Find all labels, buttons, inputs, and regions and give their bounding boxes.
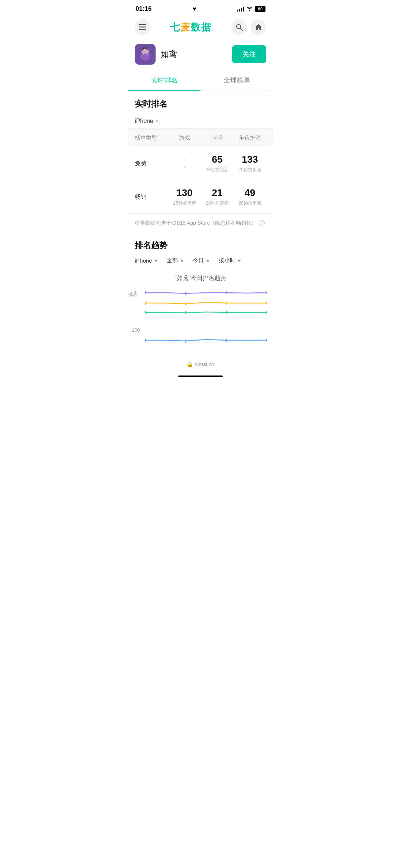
note-row: 榜单数据同步于iOS15 App Store（除总榜和畅销榜） ? [128,214,273,233]
row-bestseller-label: 畅销 [135,187,168,207]
home-indicator [178,376,223,377]
trend-filter-today[interactable]: 今日≡ [193,257,209,264]
tab-global[interactable]: 全球榜单 [200,70,273,91]
nav-right-buttons [231,19,266,35]
profile-left: 如鸢 [135,44,177,65]
svg-point-21 [266,311,267,314]
y-val-100: 100 [132,327,140,333]
tab-realtime[interactable]: 实时排名 [128,70,200,91]
trend-filter-all[interactable]: 全部≡ [167,257,183,264]
svg-point-22 [145,339,146,342]
trend-filter-iphone[interactable]: iPhone≡ [135,257,157,264]
chart-area: 1 100 [145,288,267,349]
row-free-label: 免费 [135,154,168,173]
row-free-role: 133 20秒前更新 [234,154,266,173]
nav-header: 七麦数据 [128,16,273,39]
profile-section: 如鸢 关注 [128,39,273,70]
svg-rect-1 [139,27,146,28]
signal-bars [237,6,244,12]
app-title: 七麦数据 [170,21,212,34]
row-free-game: - - [168,154,201,173]
chart-svg [145,288,267,348]
device-filter-label: iPhone ≡ [135,118,159,124]
svg-rect-2 [139,29,146,30]
site-url: qimai.cn [195,361,214,367]
trend-section: 排名趋势 iPhone≡ 全部≡ 今日≡ 按小时≡ [128,233,273,264]
chart-container: "如鸢"今日排名趋势 排名 1 100 [128,272,273,357]
lock-icon: 🔒 [187,361,193,367]
row-bestseller-card: 21 20秒前更新 [201,187,234,207]
battery-icon: 80 [255,6,265,12]
info-icon: ? [259,220,265,226]
col-header-game: 游戏 [168,134,201,142]
svg-point-11 [185,292,186,295]
table-header: 榜单类型 游戏 卡牌 角色扮演 [128,129,273,147]
svg-point-16 [225,302,227,305]
avatar [135,44,156,65]
svg-point-23 [185,339,186,342]
note-text: 榜单数据同步于iOS15 App Store（除总榜和畅销榜） [135,220,257,227]
menu-button[interactable] [135,19,150,35]
chart-wrapper: 排名 1 100 [128,288,273,349]
svg-point-18 [145,311,146,314]
trend-filters: iPhone≡ 全部≡ 今日≡ 按小时≡ [135,257,266,264]
status-time: 01:16 [136,5,151,13]
svg-point-14 [145,302,146,305]
filter-icon: ≡ [156,118,159,124]
realtime-section-title: 实时排名 [128,91,273,114]
svg-point-15 [185,302,186,305]
col-header-type: 榜单类型 [135,134,168,142]
rankings-table: 榜单类型 游戏 卡牌 角色扮演 免费 - - 65 20秒前更新 133 20秒… [128,129,273,214]
svg-point-20 [225,311,227,314]
table-row: 畅销 130 25秒前更新 21 20秒前更新 49 20秒前更新 [128,181,273,214]
chart-title: "如鸢"今日排名趋势 [128,272,273,282]
col-header-role: 角色扮演 [234,134,266,142]
y-val-1: 1 [134,290,137,295]
device-filter-row[interactable]: iPhone ≡ [128,114,273,129]
row-bestseller-game: 130 25秒前更新 [168,187,201,207]
svg-point-12 [225,291,227,294]
search-button[interactable] [231,19,247,35]
follow-button[interactable]: 关注 [232,45,266,63]
heart-icon: ♥ [193,6,196,12]
row-bestseller-role: 49 20秒前更新 [234,187,266,207]
status-icons: 80 [237,6,265,12]
profile-name: 如鸢 [161,49,177,60]
svg-point-17 [266,302,267,305]
tabs-container: 实时排名 全球榜单 [128,70,273,91]
svg-rect-0 [139,24,146,25]
status-bar: 01:16 ♥ 80 [128,0,273,16]
trend-title: 排名趋势 [135,233,266,257]
svg-line-4 [240,28,242,30]
trend-filter-hourly[interactable]: 按小时≡ [219,257,241,264]
table-row: 免费 - - 65 20秒前更新 133 20秒前更新 [128,147,273,180]
col-header-card: 卡牌 [201,134,234,142]
bottom-bar: 🔒 qimai.cn [128,357,273,372]
wifi-icon [246,6,253,12]
row-free-card: 65 20秒前更新 [201,154,234,173]
svg-point-24 [225,339,227,342]
svg-point-19 [185,311,186,314]
home-button[interactable] [251,19,266,35]
svg-point-25 [266,339,267,342]
